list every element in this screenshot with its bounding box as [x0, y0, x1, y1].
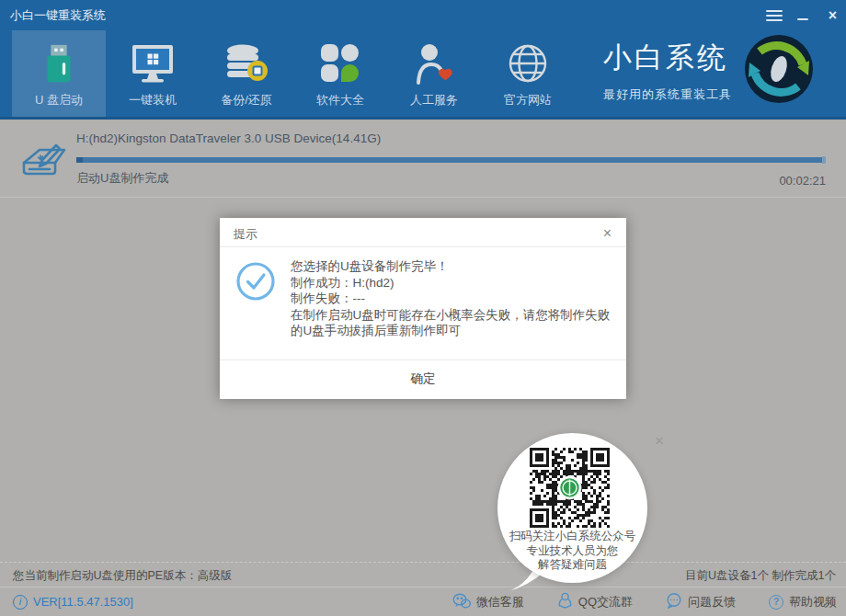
qr-caption-line: 专业技术人员为您 — [499, 544, 646, 559]
progress-fill — [76, 157, 826, 163]
version-label: VER[11.5.47.1530] — [33, 595, 133, 609]
app-window: 小白一键重装系统 × — [0, 0, 846, 616]
tip-dialog: 提示 × 您选择的U盘设备制作完毕！ 制作成功：H:(hd2) 制作失败：---… — [220, 218, 626, 399]
wechat-icon — [452, 593, 471, 611]
dialog-header: 提示 × — [220, 218, 626, 247]
dialog-line: 您选择的U盘设备制作完毕！ — [291, 258, 614, 275]
help-icon: ? — [769, 595, 783, 610]
qr-code — [530, 448, 610, 528]
status-bar: 您当前制作启动U盘使用的PE版本：高级版 目前U盘设备1个 制作完成1个 — [0, 562, 846, 587]
nav-label: 人工服务 — [410, 92, 458, 108]
footer-link-label: 帮助视频 — [789, 594, 837, 610]
elapsed-time: 00:02:21 — [779, 174, 826, 188]
usb-make-progress-section: H:(hd2)Kingston DataTraveler 3.0 USB Dev… — [0, 122, 846, 198]
qq-icon — [557, 592, 573, 611]
footer-link-label: 微信客服 — [476, 594, 524, 610]
brand-logo-icon — [743, 33, 815, 105]
backup-disks-icon — [224, 38, 269, 89]
dialog-message: 您选择的U盘设备制作完毕！ 制作成功：H:(hd2) 制作失败：--- 在制作启… — [291, 258, 614, 339]
qq-group-link[interactable]: QQ交流群 — [557, 592, 633, 611]
device-count-status: 目前U盘设备1个 制作完成1个 — [685, 568, 836, 584]
qr-caption-line: 扫码关注小白系统公众号 — [499, 530, 646, 544]
nav-item-human-service[interactable]: 人工服务 — [387, 30, 481, 117]
version-info: i VER[11.5.47.1530] — [13, 595, 133, 610]
dialog-close-icon[interactable]: × — [600, 223, 615, 244]
nav-label: 备份/还原 — [221, 92, 272, 108]
app-title: 小白一键重装系统 — [10, 7, 106, 24]
progress-bar — [76, 157, 826, 163]
nav-item-official-site[interactable]: 官方网站 — [481, 30, 575, 117]
dialog-line: 制作成功：H:(hd2) — [291, 275, 614, 291]
qr-close-icon[interactable]: × — [651, 430, 668, 452]
nav-label: 软件大全 — [316, 92, 364, 108]
feedback-link[interactable]: 问题反馈 — [666, 592, 736, 611]
qr-caption: 扫码关注小白系统公众号 专业技术人员为您 解答疑难问题 — [499, 530, 646, 573]
usb-stick-icon — [39, 38, 79, 89]
nav-label: 一键装机 — [129, 92, 177, 108]
header: 小白一键重装系统 × — [0, 0, 846, 120]
main-nav: U 盘启动 一键装机 — [12, 30, 575, 117]
progress-status: 启动U盘制作完成 — [76, 170, 168, 187]
apps-clover-icon — [320, 38, 360, 89]
ok-button[interactable]: 确定 — [383, 360, 463, 397]
usb-device-label: H:(hd2)Kingston DataTraveler 3.0 USB Dev… — [76, 131, 381, 145]
dialog-line: 制作失败：--- — [291, 291, 614, 307]
feedback-bubble-icon — [666, 593, 682, 611]
help-video-link[interactable]: ? 帮助视频 — [769, 592, 837, 611]
nav-item-backup-restore[interactable]: 备份/还原 — [200, 30, 293, 117]
dialog-footer: 确定 — [220, 359, 626, 398]
window-controls: × — [766, 8, 837, 23]
brand: 小白系统 最好用的系统重装工具 — [603, 39, 732, 103]
disk-write-icon — [15, 131, 70, 188]
dialog-body: 您选择的U盘设备制作完毕！ 制作成功：H:(hd2) 制作失败：--- 在制作启… — [220, 247, 626, 359]
footer-link-label: QQ交流群 — [578, 594, 633, 610]
dialog-title: 提示 — [234, 226, 257, 243]
info-icon: i — [13, 595, 28, 610]
monitor-icon — [131, 38, 175, 89]
menu-icon[interactable] — [766, 8, 783, 23]
nav-label: U 盘启动 — [35, 92, 83, 108]
brand-tagline: 最好用的系统重装工具 — [603, 86, 732, 103]
close-icon[interactable]: × — [829, 8, 837, 23]
dialog-line: 在制作启动U盘时可能存在小概率会失败，请您将制作失败的U盘手动拔插后重新制作即可 — [291, 307, 614, 339]
minimize-icon[interactable] — [797, 8, 814, 23]
success-check-icon — [235, 261, 276, 305]
qr-caption-line: 解答疑难问题 — [499, 558, 646, 573]
footer: i VER[11.5.47.1530] 微信客服 — [0, 587, 846, 616]
nav-item-one-click-install[interactable]: 一键装机 — [106, 30, 200, 117]
pe-version-status: 您当前制作启动U盘使用的PE版本：高级版 — [13, 568, 232, 584]
brand-name: 小白系统 — [603, 39, 732, 77]
nav-label: 官方网站 — [504, 92, 552, 108]
nav-item-usb-boot[interactable]: U 盘启动 — [12, 30, 106, 117]
nav-item-software[interactable]: 软件大全 — [293, 30, 387, 117]
footer-link-label: 问题反馈 — [688, 594, 736, 610]
globe-icon — [507, 38, 549, 89]
person-heart-icon — [414, 38, 454, 89]
